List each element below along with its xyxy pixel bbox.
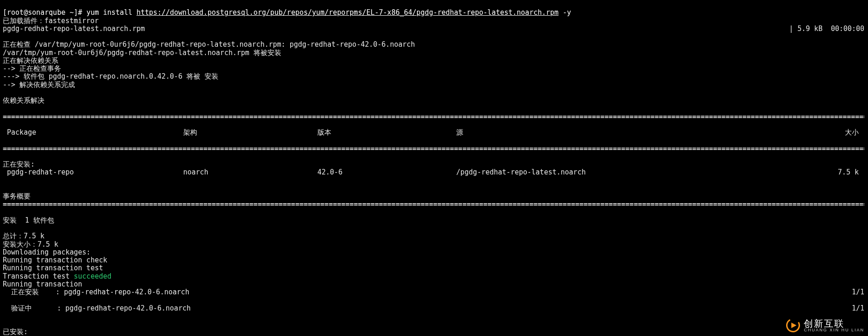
verifying-row: 验证中 : pgdg-redhat-repo-42.0-6.noarch1/1 <box>3 305 864 312</box>
output-line: ---> 软件包 pgdg-redhat-repo.noarch.0.42.0-… <box>3 72 218 81</box>
header-version: 版本 <box>317 129 456 137</box>
cell-package: pgdg-redhat-repo <box>3 168 183 176</box>
header-size: 大小 <box>697 129 859 137</box>
terminal-output: [root@sonarqube ~]# yum install https://… <box>0 0 868 336</box>
verifying-pkg: 验证中 : pgdg-redhat-repo-42.0-6.noarch <box>3 305 191 312</box>
output-line: 依赖关系解决 <box>3 96 44 105</box>
table-row: pgdg-redhat-reponoarch42.0-6/pgdg-redhat… <box>3 168 864 176</box>
installed-size: 安装大小：7.5 k <box>3 240 58 249</box>
section-installing: 正在安装: <box>3 160 35 168</box>
separator-line: ========================================… <box>3 200 864 208</box>
transaction-check: Running transaction check <box>3 256 107 264</box>
command-flags: -y <box>558 8 571 17</box>
running-transaction: Running transaction <box>3 280 82 288</box>
table-header-row: Package架构版本源大小 <box>3 129 864 137</box>
prompt-userhost: [root@sonarqube ~]# <box>3 8 82 17</box>
output-line: /var/tmp/yum-root-0ur6j6/pgdg-redhat-rep… <box>3 49 281 57</box>
transaction-test: Running transaction test <box>3 264 103 272</box>
transaction-result-pre: Transaction test <box>3 272 74 280</box>
cell-source: /pgdg-redhat-repo-latest.noarch <box>456 168 697 176</box>
output-line: 已加载插件：fastestmirror <box>3 17 99 25</box>
cell-size: 7.5 k <box>697 168 859 176</box>
downloading-packages: Downloading packages: <box>3 248 91 256</box>
total-size: 总计：7.5 k <box>3 232 44 240</box>
separator-line: ========================================… <box>3 145 864 153</box>
install-count: 安装 1 软件包 <box>3 216 54 224</box>
output-line: --> 解决依赖关系完成 <box>3 81 75 89</box>
rpm-filename: pgdg-redhat-repo-latest.noarch.rpm <box>3 25 145 33</box>
download-progress-line: pgdg-redhat-repo-latest.noarch.rpm| 5.9 … <box>3 25 864 33</box>
output-line: 正在检查 /var/tmp/yum-root-0ur6j6/pgdg-redha… <box>3 40 415 49</box>
transaction-summary-title: 事务概要 <box>3 192 31 200</box>
separator-line: ========================================… <box>3 113 864 121</box>
installing-progress: 1/1 <box>189 288 864 296</box>
transaction-result: Transaction test succeeded <box>3 272 112 280</box>
cell-arch: noarch <box>183 168 317 176</box>
command-url: https://download.postgresql.org/pub/repo… <box>136 8 558 17</box>
command-text: yum install <box>87 8 136 17</box>
header-source: 源 <box>456 129 697 137</box>
output-line: --> 正在检查事务 <box>3 64 61 73</box>
shell-prompt: [root@sonarqube ~]# yum install https://… <box>3 8 571 17</box>
header-package: Package <box>3 129 183 137</box>
header-arch: 架构 <box>183 129 317 137</box>
installed-header: 已安装: <box>3 328 28 336</box>
download-speed: | 5.9 kB 00:00:00 <box>145 25 864 33</box>
cell-version: 42.0-6 <box>317 168 456 176</box>
transaction-result-status: succeeded <box>74 272 112 280</box>
installing-row: 正在安装 : pgdg-redhat-repo-42.0-6.noarch1/1 <box>3 288 864 296</box>
installing-pkg: 正在安装 : pgdg-redhat-repo-42.0-6.noarch <box>3 288 189 296</box>
verifying-progress: 1/1 <box>191 305 864 312</box>
output-line: 正在解决依赖关系 <box>3 56 58 65</box>
